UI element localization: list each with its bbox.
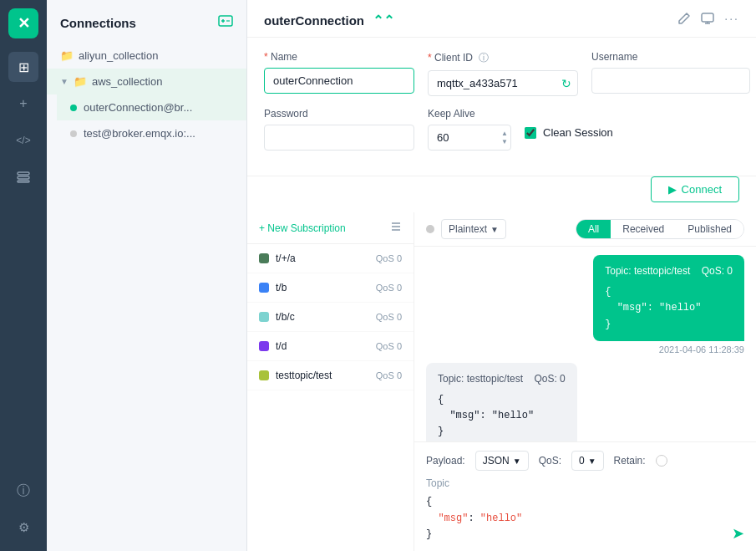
subscription-list-icon[interactable] [390,221,402,235]
sent-msg-body: { "msg": "hello"} [605,284,733,333]
collapse-icon[interactable]: ⌃⌃ [373,13,394,28]
sidebar-item-aws[interactable]: ▼ 📁 aws_collection [47,69,246,94]
nav-icon-connections[interactable]: ⊞ [8,52,38,82]
sidebar-item-label: aws_collection [92,75,163,88]
sent-msg-header: Topic: testtopic/test QoS: 0 [605,263,733,279]
sidebar-item-test-broker[interactable]: test@broker.emqx.io:... [57,120,246,146]
sub-topic: t/+/a [276,253,296,264]
filter-tab-all[interactable]: All [576,220,611,238]
folder-icon-aws: 📁 [74,75,87,88]
form-row-2: Password Keep Alive ▲ ▼ Clean Session [264,108,739,151]
clean-session-field: Clean Session [525,108,613,139]
received-msg-header: Topic: testtopic/test QoS: 0 [438,371,566,387]
filter-tab-received[interactable]: Received [611,220,676,238]
payload-format-select[interactable]: JSON ▼ [475,451,529,471]
sub-qos: QoS 0 [376,341,402,351]
sub-topic: testtopic/test [276,370,332,381]
keepalive-up-arrow[interactable]: ▲ [501,130,508,138]
svg-rect-3 [219,16,232,26]
edit-icon[interactable] [677,12,691,28]
message-sent: Topic: testtopic/test QoS: 0 { "msg": "h… [426,255,744,355]
nav-icon-code[interactable]: </> [8,125,38,156]
password-input[interactable] [264,125,414,151]
form-row-1: * Name * Client ID ⓘ ↻ Username [264,51,739,96]
payload-row: { "msg": "hello" } ➤ [426,494,744,543]
payload-text[interactable]: { "msg": "hello" } [426,494,732,543]
sidebar-item-label: outerConnection@br... [84,101,192,114]
sub-qos: QoS 0 [376,312,402,322]
nav-icon-add[interactable]: + [8,89,38,119]
payload-format-value: JSON [483,455,510,467]
keepalive-down-arrow[interactable]: ▼ [501,138,508,146]
sidebar-header: Connections [47,0,246,43]
filter-tabs: All Received Published [576,219,744,239]
payload-label: Payload: [426,455,465,467]
chevron-down-icon: ▼ [60,77,68,86]
message-toolbar: Plaintext ▼ All Received Published [414,212,756,247]
svg-rect-2 [18,181,29,182]
topic-label: Topic [426,477,449,489]
send-button[interactable]: ➤ [732,524,744,543]
sub-color-indicator [259,283,269,293]
monitor-icon[interactable] [701,12,714,28]
qos-select[interactable]: 0 ▼ [571,451,604,471]
payload-line2: "msg": "hello" [426,511,732,527]
format-select[interactable]: Plaintext ▼ [441,219,506,239]
username-input[interactable] [591,68,750,94]
qos-label: QoS: [539,455,561,467]
chevron-down-icon: ▼ [588,457,596,466]
name-label: * Name [264,51,414,63]
input-controls-row: Payload: JSON ▼ QoS: 0 ▼ Retain: [426,451,744,471]
name-field: * Name [264,51,414,94]
form-actions: ▶ Connect [247,176,756,212]
chevron-down-icon: ▼ [490,225,499,234]
nav-icon-settings[interactable]: ⚙ [8,513,38,543]
list-item[interactable]: t/b QoS 0 [247,273,414,303]
svg-rect-7 [702,13,713,22]
connect-button[interactable]: ▶ Connect [651,176,739,202]
input-area: Payload: JSON ▼ QoS: 0 ▼ Retain: Topic [414,441,756,551]
username-label: Username [591,51,750,63]
received-msg-body: { "msg": "hello"} [438,392,566,441]
more-icon[interactable]: ··· [724,12,739,28]
clientid-input[interactable] [428,70,578,96]
keepalive-arrows: ▲ ▼ [501,130,508,146]
sub-topic: t/b [276,282,287,293]
main-content: outerConnection ⌃⌃ ··· [247,0,756,551]
sidebar-item-aliyun[interactable]: 📁 aliyun_collection [47,43,246,69]
received-bubble: Topic: testtopic/test QoS: 0 { "msg": "h… [426,363,577,442]
list-item[interactable]: t/+/a QoS 0 [247,244,414,273]
keepalive-input[interactable] [428,125,511,151]
sidebar-title: Connections [60,16,136,30]
filter-tab-published[interactable]: Published [676,220,743,238]
connection-title-area: outerConnection ⌃⌃ [264,13,394,28]
sub-color-indicator [259,341,269,351]
nav-icon-database[interactable] [8,162,38,192]
connect-label: Connect [682,183,722,196]
connection-actions: ··· [677,12,739,28]
connection-status-dot [70,130,77,137]
svg-rect-1 [18,176,29,179]
sub-qos: QoS 0 [376,253,402,263]
sub-topic: t/d [276,340,287,352]
clean-session-checkbox[interactable] [525,127,536,139]
add-connection-icon[interactable] [218,13,233,33]
subscription-list: t/+/a QoS 0 t/b QoS 0 t/b/c [247,244,414,551]
list-item[interactable]: t/b/c QoS 0 [247,303,414,332]
app-logo: ✕ [8,8,38,38]
sub-color-indicator [259,370,269,380]
folder-icon-aliyun: 📁 [60,49,74,62]
password-label: Password [264,108,414,120]
sidebar-item-outer-connection[interactable]: outerConnection@br... [57,94,246,120]
retain-checkbox[interactable] [656,455,667,467]
nav-icon-info[interactable]: ⓘ [8,476,38,506]
list-item[interactable]: testtopic/test QoS 0 [247,361,414,390]
list-item[interactable]: t/d QoS 0 [247,332,414,361]
format-label: Plaintext [449,223,487,235]
name-input[interactable] [264,68,414,94]
clientid-refresh-icon[interactable]: ↻ [561,77,571,90]
new-subscription-button[interactable]: + New Subscription [259,222,346,234]
message-panel: Plaintext ▼ All Received Published Topic… [414,212,756,551]
new-sub-label: + New Subscription [259,222,346,234]
sidebar-item-label: test@broker.emqx.io:... [84,127,195,140]
